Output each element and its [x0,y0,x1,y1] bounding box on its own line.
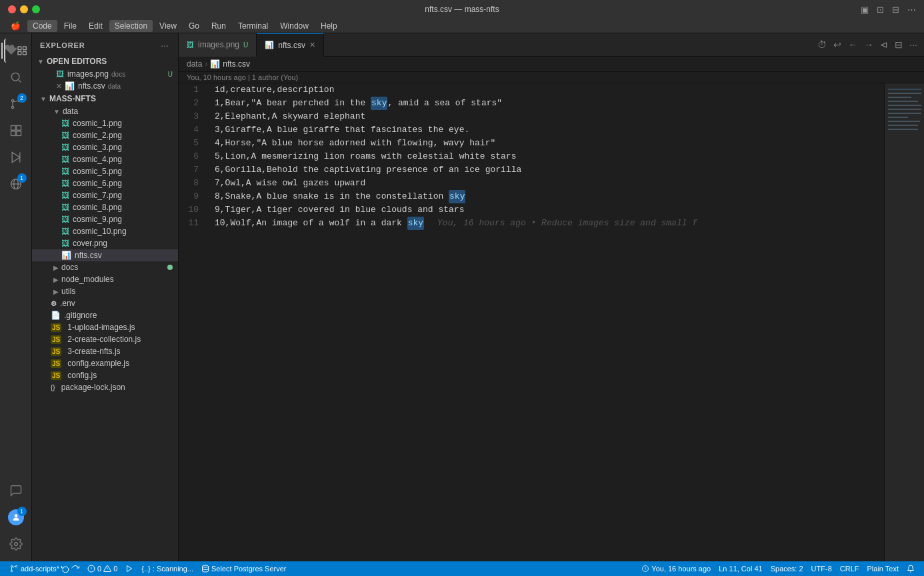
status-line-col[interactable]: Ln 11, Col 41 [715,561,766,576]
status-branch[interactable]: add-scripts* [5,561,83,576]
more-tab-action[interactable]: ··· [908,38,919,51]
file-cosmic-4[interactable]: 🖼 cosmic_4.png [32,153,178,165]
folder-docs[interactable]: ▶ docs [32,261,178,273]
split-editor-icon[interactable]: ⊟ [892,5,899,15]
file-config[interactable]: JS config.js [32,369,178,381]
nav-prev-icon[interactable]: ⊲ [879,38,889,51]
code-line-3: 2,Elephant,A skyward elephant [215,110,884,123]
file-cover[interactable]: 🖼 cover.png [32,237,178,249]
open-editors-section[interactable]: ▼ OPEN EDITORS [32,55,178,68]
open-editor-images-png[interactable]: 🖼 images.png docs U [32,68,178,80]
cosmic9-name: cosmic_9.png [73,215,122,224]
file-cosmic-7[interactable]: 🖼 cosmic_7.png [32,189,178,201]
svg-rect-26 [888,129,918,130]
bc-data[interactable]: data [187,59,202,69]
more-icon[interactable]: ⋯ [907,5,916,15]
file-cosmic-3[interactable]: 🖼 cosmic_3.png [32,141,178,153]
folder-data[interactable]: ▼ data [32,105,178,117]
status-postgres[interactable]: Select Postgres Server [197,561,291,576]
cosmic3-icon: 🖼 [61,143,69,152]
activity-explorer[interactable] [4,39,28,63]
nfts-tab-close[interactable]: ✕ [309,41,315,49]
file-cosmic-8[interactable]: 🖼 cosmic_8.png [32,201,178,213]
back-icon[interactable]: ← [847,38,859,51]
file-cosmic-1[interactable]: 🖼 cosmic_1.png [32,117,178,129]
bc-nfts[interactable]: nfts.csv [223,59,250,69]
minimize-button[interactable] [20,5,28,13]
activity-accounts[interactable]: 1 [4,505,28,529]
file-cosmic-5[interactable]: 🖼 cosmic_5.png [32,165,178,177]
file-create-collection[interactable]: JS 2-create-collection.js [32,333,178,345]
nfts-tab-icon: 📊 [265,41,274,49]
activity-search[interactable] [4,65,28,89]
postgres-text: Select Postgres Server [211,565,287,573]
status-line-ending[interactable]: CRLF [836,561,863,576]
open-editors-chevron: ▼ [37,58,44,65]
menu-view[interactable]: View [154,20,182,32]
status-encoding[interactable]: UTF-8 [807,561,836,576]
menu-selection[interactable]: Selection [109,20,153,32]
svg-rect-23 [888,117,908,118]
menu-help[interactable]: Help [315,20,343,32]
create-collection-icon: JS [51,335,61,344]
status-run[interactable] [121,561,137,576]
code-line-11: 10,Wolf,An image of a wolf in a dark sky… [215,217,884,230]
activity-source-control[interactable]: 2 [4,92,28,116]
utils-label: utils [61,287,75,296]
file-create-nfts[interactable]: JS 3-create-nfts.js [32,345,178,357]
status-notifications[interactable] [903,561,919,576]
file-cosmic-10[interactable]: 🖼 cosmic_10.png [32,225,178,237]
tab-images-png[interactable]: 🖼 images.png U [179,33,257,57]
file-config-example[interactable]: JS config.example.js [32,357,178,369]
folder-node-modules[interactable]: ▶ node_modules [32,273,178,285]
open-editor-nfts-csv[interactable]: ✕ 📊 nfts.csv data [32,80,178,92]
project-root[interactable]: ▼ MASS-NFTS [32,92,178,105]
status-scanning[interactable]: {..} : Scanning... [137,561,197,576]
folder-utils[interactable]: ▶ utils [32,285,178,297]
undo-icon[interactable]: ↩ [832,38,843,51]
status-language[interactable]: Plain Text [863,561,903,576]
tab-nfts-csv[interactable]: 📊 nfts.csv ✕ [257,33,324,57]
file-cosmic-6[interactable]: 🖼 cosmic_6.png [32,177,178,189]
file-upload-images[interactable]: JS 1-upload-images.js [32,321,178,333]
fullscreen-button[interactable] [32,5,40,13]
file-nfts-csv[interactable]: 📊 nfts.csv [32,249,178,261]
forward-icon[interactable]: → [863,38,875,51]
sidebar-toggle-icon[interactable]: ▣ [861,5,869,15]
menu-go[interactable]: Go [183,20,205,32]
menu-apple[interactable]: 🍎 [5,20,26,32]
file-package-lock[interactable]: {} package-lock.json [32,381,178,393]
menu-terminal[interactable]: Terminal [233,20,273,32]
status-spaces[interactable]: Spaces: 2 [767,561,807,576]
file-env[interactable]: ⚙ .env [32,297,178,309]
history-icon[interactable]: ⏱ [816,38,828,51]
branch-name: add-scripts* [21,565,59,573]
file-cosmic-9[interactable]: 🖼 cosmic_9.png [32,213,178,225]
activity-remote[interactable]: 1 [4,172,28,196]
encoding-text: UTF-8 [811,565,832,573]
file-gitignore[interactable]: 📄 .gitignore [32,309,178,321]
menu-edit[interactable]: Edit [83,20,108,32]
activity-extensions[interactable] [4,119,28,143]
activity-settings[interactable] [4,532,28,556]
file-cosmic-2[interactable]: 🖼 cosmic_2.png [32,129,178,141]
split-editor-icon[interactable]: ⊟ [893,38,904,51]
activity-chat[interactable] [4,479,28,503]
menu-run[interactable]: Run [206,20,231,32]
activity-run[interactable] [4,145,28,169]
svg-point-0 [11,73,19,81]
status-git-time[interactable]: You, 16 hours ago [637,561,715,576]
status-errors[interactable]: 0 0 [83,561,121,576]
code-editor[interactable]: 1 2 3 4 5 6 7 8 9 10 11 id,creature,desc… [179,83,924,561]
config-example-icon: JS [51,359,61,368]
editor-layout-icon[interactable]: ⊡ [877,5,884,15]
code-line-8: 7,Owl,A wise owl gazes upward [215,177,884,190]
close-button[interactable] [8,5,16,13]
cover-name: cover.png [73,239,107,248]
sidebar-more-button[interactable]: ··· [159,39,170,52]
menu-code[interactable]: Code [27,20,57,32]
menu-file[interactable]: File [59,20,82,32]
code-content[interactable]: id,creature,description 1,Bear,"A bear p… [212,83,884,561]
menu-window[interactable]: Window [275,20,314,32]
nfts-csv-close[interactable]: ✕ [56,82,62,91]
